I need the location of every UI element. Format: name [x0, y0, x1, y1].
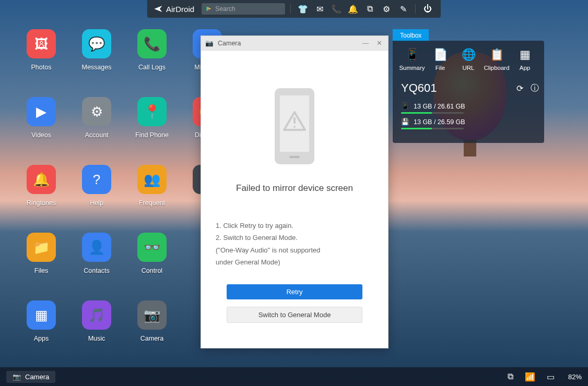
app-label: Music [88, 335, 105, 342]
tool-label: App [520, 65, 530, 71]
tool-label: File [436, 65, 445, 71]
app-label: Control [142, 267, 162, 274]
storage-bar [401, 128, 464, 129]
app-find-phone[interactable]: 📍Find Phone [124, 97, 180, 165]
app-label: Help [90, 199, 103, 207]
storage-list: 📱13 GB / 26.61 GB💾13 GB / 26.59 GB [398, 102, 539, 129]
camera-icon: 📷 [13, 373, 21, 381]
edit-icon[interactable]: ✎ [396, 2, 410, 16]
app-label: Photos [31, 64, 52, 71]
switch-mode-button[interactable]: Switch to General Mode [227, 307, 362, 323]
separator [415, 4, 416, 14]
search-input[interactable] [215, 5, 281, 13]
app-files[interactable]: 📁Files [14, 233, 69, 300]
url-icon: 🌐 [462, 48, 476, 62]
app-frequent[interactable]: 👥Frequent [124, 165, 180, 233]
app-messages[interactable]: 💬Messages [69, 29, 124, 97]
app-label: Contacts [84, 267, 109, 274]
videos-icon: ▶ [27, 97, 56, 126]
app-label: Call Logs [138, 64, 166, 71]
gear-icon[interactable]: ⚙ [380, 2, 393, 16]
power-icon[interactable]: ⏻ [421, 2, 434, 16]
dialog-title: Camera [218, 40, 241, 47]
app-account[interactable]: ⚙Account [69, 97, 124, 165]
app-label: Ringtones [27, 199, 56, 207]
app-label: Camera [140, 335, 163, 342]
tool-app[interactable]: ▦App [511, 48, 538, 71]
toolbox-row: 📱Summary📄File🌐URL📋Clipboard▦App [398, 48, 539, 71]
app-label: Frequent [139, 199, 165, 207]
retry-button[interactable]: Retry [227, 284, 362, 299]
phone-icon[interactable]: 📞 [330, 2, 343, 16]
battery-icon[interactable]: ▭ [547, 372, 555, 382]
dialog-titlebar[interactable]: 📷 Camera — ✕ [201, 36, 388, 51]
info-icon[interactable]: ⓘ [531, 83, 539, 94]
device-name: YQ601 [401, 81, 437, 95]
phone-warning-icon [271, 87, 319, 165]
app-label: Apps [34, 335, 49, 342]
storage-text: 13 GB / 26.59 GB [414, 118, 465, 126]
tool-label: Summary [399, 65, 425, 71]
app-control[interactable]: 👓Control [124, 233, 180, 300]
note-1: ("One-Way Audio" is not supported [216, 244, 373, 256]
toolbox-panel: 📱Summary📄File🌐URL📋Clipboard▦App YQ601 ⟳ … [393, 41, 544, 143]
bell-icon[interactable]: 🔔 [346, 2, 360, 16]
contacts-icon: 👤 [82, 233, 111, 262]
tool-summary[interactable]: 📱Summary [398, 48, 426, 71]
storage-bar [401, 112, 464, 114]
clipboard-icon: 📋 [490, 48, 504, 62]
camera-dialog: 📷 Camera — ✕ Failed to mirror device scr… [201, 35, 389, 348]
svg-point-4 [293, 126, 296, 128]
wifi-icon[interactable]: 📶 [525, 372, 535, 382]
ringtones-icon: 🔔 [27, 165, 56, 194]
dialog-body: Failed to mirror device screen 1. Click … [201, 51, 388, 341]
app-apps[interactable]: ▦Apps [14, 300, 69, 368]
device-name-row: YQ601 ⟳ ⓘ [401, 81, 539, 95]
camera-icon: 📷 [205, 39, 214, 47]
tool-clipboard[interactable]: 📋Clipboard [483, 48, 510, 71]
files-icon: 📁 [27, 233, 56, 262]
cast-icon[interactable]: ⧉ [508, 372, 513, 381]
mail-icon[interactable]: ✉ [313, 2, 326, 16]
account-icon: ⚙ [82, 97, 111, 126]
app-camera[interactable]: 📷Camera [124, 300, 180, 368]
dialog-heading: Failed to mirror device screen [216, 183, 373, 194]
app-help[interactable]: ?Help [69, 165, 124, 233]
app-videos[interactable]: ▶Videos [14, 97, 69, 165]
tool-url[interactable]: 🌐URL [455, 48, 482, 71]
taskbar-item-camera[interactable]: 📷 Camera [6, 371, 55, 383]
brand-logo[interactable]: AirDroid [154, 4, 194, 14]
refresh-icon[interactable]: ⟳ [516, 83, 523, 93]
app-label: Files [34, 267, 48, 274]
search-box[interactable] [202, 3, 285, 15]
minimize-button[interactable]: — [361, 40, 370, 47]
frequent-icon: 👥 [137, 165, 167, 194]
app-photos[interactable]: 🖼Photos [14, 29, 69, 97]
airdroid-icon [154, 4, 163, 14]
note-2: under General Mode) [216, 256, 373, 268]
separator [290, 4, 291, 14]
find phone-icon: 📍 [137, 97, 167, 126]
storage-row-0: 📱13 GB / 26.61 GB [401, 102, 536, 114]
tool-file[interactable]: 📄File [427, 48, 454, 71]
help-icon: ? [82, 165, 111, 194]
battery-percent: 82% [568, 373, 582, 381]
app-label: Account [85, 131, 108, 139]
storage-icon: 💾 [401, 118, 409, 126]
dialog-steps: 1. Click Retry to try again. 2. Switch t… [216, 220, 373, 269]
app-icon: ▦ [520, 48, 531, 62]
taskbar: 📷 Camera ⧉ 📶 ▭ 82% [0, 367, 588, 386]
taskbar-item-label: Camera [25, 373, 49, 381]
app-contacts[interactable]: 👤Contacts [69, 233, 124, 300]
app-music[interactable]: 🎵Music [69, 300, 124, 368]
tool-label: Clipboard [484, 65, 509, 71]
toolbox-tab[interactable]: Toolbox [393, 29, 429, 42]
devices-icon[interactable]: ⧉ [363, 2, 377, 16]
topbar: AirDroid 👕 ✉ 📞 🔔 ⧉ ⚙ ✎ ⏻ [147, 0, 441, 18]
app-call-logs[interactable]: 📞Call Logs [124, 29, 180, 97]
messages-icon: 💬 [82, 29, 111, 58]
close-button[interactable]: ✕ [374, 39, 384, 47]
call logs-icon: 📞 [137, 29, 167, 58]
app-ringtones[interactable]: 🔔Ringtones [14, 165, 69, 233]
shirt-icon[interactable]: 👕 [296, 2, 310, 16]
